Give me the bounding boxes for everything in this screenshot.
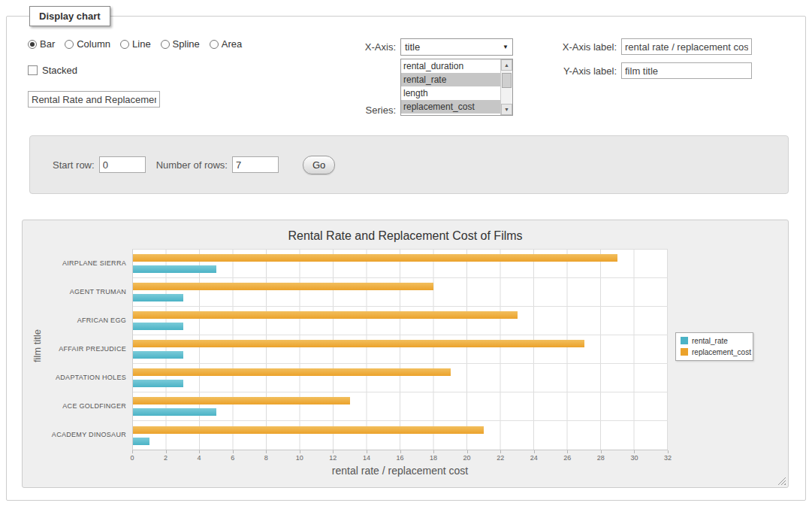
num-rows-input[interactable] [232, 156, 279, 173]
x-axis-row: X-Axis: title ▼ [352, 38, 554, 56]
display-chart-legend: Display chart [29, 6, 110, 26]
radio-circle[interactable] [65, 40, 74, 49]
plot-wrap: AIRPLANE SIERRAAGENT TRUMANAFRICAN EGGAF… [45, 249, 668, 450]
scroll-down-icon[interactable]: ▼ [501, 104, 512, 115]
radio-area[interactable]: Area [210, 38, 242, 50]
tick-mark [233, 450, 234, 453]
series-options-list: rental_durationrental_ratelengthreplacem… [401, 59, 500, 115]
go-button[interactable]: Go [303, 156, 335, 174]
stacked-option[interactable]: Stacked [28, 65, 352, 76]
chart-legend: rental_ratereplacement_cost [675, 332, 753, 361]
radio-label: Line [132, 38, 151, 50]
tick-mark [567, 450, 568, 453]
series-option-rental_rate[interactable]: rental_rate [401, 73, 500, 86]
resize-handle-icon[interactable] [777, 477, 786, 485]
radio-circle[interactable] [161, 40, 170, 49]
bar-replacement_cost[interactable] [133, 426, 484, 434]
radio-line[interactable]: Line [120, 38, 151, 50]
tick-label: 2 [164, 454, 168, 462]
bar-group [133, 421, 668, 450]
bar-rental_rate[interactable] [133, 408, 216, 416]
x-axis-label-text: X-Axis label: [554, 41, 617, 53]
bar-replacement_cost[interactable] [133, 397, 350, 404]
legend-item-replacement_cost[interactable]: replacement_cost [681, 348, 748, 356]
tick-mark [400, 450, 401, 453]
axis-labels-column: X-Axis label: Y-Axis label: [554, 31, 790, 116]
tick-label: 6 [231, 454, 234, 462]
tick-mark [534, 450, 535, 453]
display-chart-fieldset: Display chart BarColumnLineSplineArea St… [6, 6, 806, 501]
category-label: ACADEMY DINOSAUR [45, 420, 132, 449]
radio-column[interactable]: Column [65, 38, 110, 50]
x-axis-field-label: X-Axis: [352, 41, 396, 53]
bar-rental_rate[interactable] [133, 380, 183, 387]
bar-replacement_cost[interactable] [133, 254, 617, 262]
tick-mark [266, 450, 267, 453]
bar-replacement_cost[interactable] [133, 311, 518, 319]
radio-circle[interactable] [28, 40, 37, 49]
radio-circle[interactable] [120, 40, 129, 49]
series-multiselect[interactable]: rental_durationrental_ratelengthreplacem… [400, 59, 513, 116]
legend-swatch [681, 348, 688, 356]
scrollbar[interactable]: ▲ ▼ [500, 59, 512, 115]
tick-label: 28 [597, 454, 605, 462]
chart-controls: BarColumnLineSplineArea Stacked X-Axis: … [22, 31, 790, 116]
tick-label: 4 [198, 454, 201, 462]
tick-mark [668, 450, 669, 453]
scrollbar-track[interactable] [501, 71, 512, 104]
bar-group [133, 278, 668, 307]
scroll-up-icon[interactable]: ▲ [501, 59, 512, 71]
x-axis-select[interactable]: title ▼ [400, 38, 513, 56]
x-axis-label-input[interactable] [621, 38, 752, 55]
tick-label: 16 [396, 454, 403, 462]
radio-bar[interactable]: Bar [28, 38, 55, 50]
tick-mark [132, 450, 133, 453]
chart-title-input[interactable] [28, 91, 160, 108]
y-axis-title-wrap: film title [29, 249, 45, 477]
bar-rental_rate[interactable] [133, 438, 149, 445]
y-axis-title: film title [32, 329, 43, 362]
series-option-replacement_cost[interactable]: replacement_cost [401, 100, 500, 114]
bar-replacement_cost[interactable] [133, 368, 451, 376]
chart-panel: Rental Rate and Replacement Cost of Film… [22, 220, 789, 488]
bar-group [133, 392, 668, 421]
series-option-length[interactable]: length [401, 86, 500, 100]
category-label: AIRPLANE SIERRA [45, 249, 132, 277]
tick-mark [367, 450, 367, 453]
bar-group [133, 307, 668, 335]
category-label: AFRICAN EGG [45, 306, 132, 335]
tick-label: 10 [296, 454, 303, 462]
x-axis-select-value: title [405, 41, 420, 53]
y-axis-label-input[interactable] [621, 62, 752, 79]
category-labels: AIRPLANE SIERRAAGENT TRUMANAFRICAN EGGAF… [45, 249, 132, 450]
rows-panel: Start row: Number of rows: Go [29, 135, 789, 194]
chart-main: AIRPLANE SIERRAAGENT TRUMANAFRICAN EGGAF… [45, 249, 668, 477]
chart-type-radio-group: BarColumnLineSplineArea [28, 38, 352, 50]
legend-label: rental_rate [692, 337, 728, 345]
bar-rental_rate[interactable] [133, 323, 183, 330]
stacked-checkbox[interactable] [28, 65, 38, 75]
chevron-down-icon: ▼ [503, 44, 509, 50]
legend-item-rental_rate[interactable]: rental_rate [681, 337, 748, 345]
tick-mark [166, 450, 167, 453]
x-axis-title: rental rate / replacement cost [132, 465, 668, 477]
radio-label: Column [77, 38, 110, 50]
bar-rental_rate[interactable] [133, 265, 216, 273]
tick-label: 32 [664, 454, 672, 462]
tick-mark [333, 450, 334, 453]
start-row-input[interactable] [99, 156, 146, 173]
num-rows-label: Number of rows: [156, 159, 228, 171]
bar-replacement_cost[interactable] [133, 340, 584, 347]
bar-rental_rate[interactable] [133, 351, 183, 359]
chart-title: Rental Rate and Replacement Cost of Film… [29, 229, 782, 243]
radio-spline[interactable]: Spline [161, 38, 200, 50]
tick-label: 20 [463, 454, 471, 462]
radio-circle[interactable] [210, 40, 219, 49]
bar-rental_rate[interactable] [133, 294, 183, 301]
series-option-rental_duration[interactable]: rental_duration [401, 59, 500, 73]
scrollbar-thumb[interactable] [502, 73, 512, 88]
tick-label: 18 [430, 454, 437, 462]
bar-replacement_cost[interactable] [133, 283, 433, 290]
plot-area [132, 249, 668, 450]
category-label: ACE GOLDFINGER [45, 392, 132, 420]
